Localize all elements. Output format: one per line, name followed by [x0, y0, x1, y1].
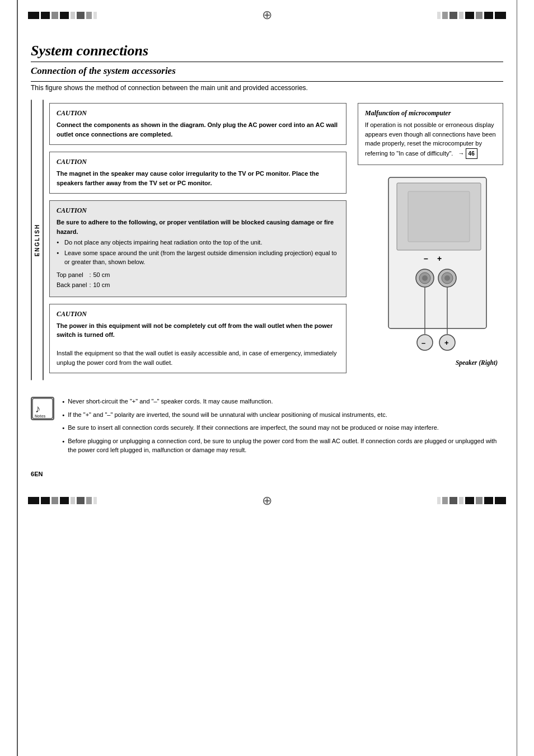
tape-block [495, 497, 506, 504]
tape-block [465, 12, 474, 19]
panel-sep: : [89, 270, 93, 281]
speaker-diagram-svg: – + [380, 172, 498, 356]
tape-block [484, 12, 493, 19]
left-column: CAUTION Connect the components as shown … [49, 103, 346, 380]
page-footer: 6EN [0, 464, 534, 483]
caution-box-2: CAUTION The magnet in the speaker may ca… [49, 152, 346, 194]
caution-bold-text-1: Connect the components as shown in the d… [57, 121, 338, 138]
caution-title-3: CAUTION [57, 206, 339, 215]
svg-text:–: – [424, 254, 428, 263]
note-text-2: If the "+" and "–" polarity are inverted… [68, 410, 503, 420]
two-column-layout: CAUTION Connect the components as shown … [49, 103, 503, 380]
malfunction-title: Malfunction of microcomputer [365, 109, 496, 118]
bottom-gear-icon: ⊕ [262, 494, 272, 508]
tape-block [484, 497, 493, 504]
note-icon-container: ♪ Notes [31, 397, 54, 420]
page-title: System connections [31, 37, 503, 59]
right-column: Malfunction of microcomputer If operatio… [358, 103, 503, 380]
caution-text-3: Be sure to adhere to the following, or p… [57, 218, 339, 291]
svg-rect-2 [408, 191, 470, 242]
tape-block [437, 12, 441, 19]
tape-block [28, 497, 39, 504]
page-suffix: EN [34, 471, 43, 477]
caution-text-4: The power in this equipment will not be … [57, 321, 339, 368]
speaker-diagram-container: – + [358, 172, 503, 366]
tape-block [77, 497, 85, 504]
bottom-notes-section: ♪ Notes ● Never short-circuit the "+" an… [0, 397, 534, 459]
note-icon-box: ♪ Notes [31, 397, 54, 420]
bullet-item: Leave some space around the unit (from t… [57, 249, 339, 267]
caution-title-2: CAUTION [57, 158, 339, 166]
tape-block [459, 497, 463, 504]
right-border-line [517, 0, 518, 756]
panel-row: Top panel : 50 cm [57, 270, 112, 281]
svg-text:+: + [437, 254, 442, 263]
caution-title-1: CAUTION [57, 109, 339, 118]
tape-block [476, 497, 483, 504]
page-wrapper: ⊕ System connections Connection of the s… [0, 0, 534, 756]
center-gear-area: ⊕ [97, 8, 437, 22]
panel-label: Back panel [57, 280, 89, 291]
caution-box-4: CAUTION The power in this equipment will… [49, 304, 346, 374]
note-bullet-2: ● [62, 412, 64, 419]
title-rule [31, 62, 503, 62]
tape-block [71, 12, 75, 19]
malfunction-text: If operation is not possible or erroneou… [365, 120, 496, 159]
caution-bullets-3: Do not place any objects impairing heat … [57, 238, 339, 267]
left-border-line [17, 0, 18, 756]
tape-block [41, 497, 50, 504]
ref-arrow-icon: → [458, 149, 465, 158]
malfunction-box: Malfunction of microcomputer If operatio… [358, 103, 503, 165]
note-text-1: Never short-circuit the "+" and "–" spea… [68, 397, 503, 406]
caution-line-2: Install the equipment so that the wall o… [57, 350, 337, 366]
description-text: This figure shows the method of connecti… [31, 84, 503, 92]
caution-text-1: Connect the components as shown in the d… [57, 120, 339, 139]
left-tape [28, 12, 97, 19]
caution-box-1: CAUTION Connect the components as shown … [49, 103, 346, 145]
tape-block [77, 12, 85, 19]
caution-text-2: The magnet in the speaker may cause colo… [57, 169, 339, 187]
tape-block [86, 12, 92, 19]
svg-text:–: – [421, 339, 425, 347]
note-item-2: ● If the "+" and "–" polarity are invert… [62, 410, 503, 420]
tape-block [51, 497, 58, 504]
speaker-label: Speaker (Right) [456, 359, 498, 366]
caution-bold-text-3: Be sure to adhere to the following, or p… [57, 219, 334, 235]
svg-point-7 [422, 275, 428, 281]
main-content: System connections Connection of the sys… [0, 37, 534, 380]
bottom-left-tape [28, 497, 97, 504]
bottom-center-gear: ⊕ [97, 494, 437, 508]
caution-box-3: CAUTION Be sure to adhere to the followi… [49, 200, 346, 297]
notes-icon-svg: ♪ Notes [32, 398, 53, 419]
tape-block [449, 497, 457, 504]
page-reference: → 46 [458, 148, 477, 159]
gear-icon: ⊕ [262, 8, 272, 22]
tape-block [60, 12, 69, 19]
svg-text:+: + [444, 339, 449, 347]
panel-row: Back panel : 10 cm [57, 280, 112, 291]
panel-value: 50 cm [93, 270, 113, 281]
bottom-decorative-bar: ⊕ [0, 489, 534, 513]
section-subtitle: Connection of the system accessories [31, 65, 503, 77]
note-bullet-1: ● [62, 399, 64, 405]
note-item-3: ● Be sure to insert all connection cords… [62, 423, 503, 433]
tape-block [41, 12, 50, 19]
tape-block [476, 12, 483, 19]
note-bullet-4: ● [62, 439, 64, 445]
caution-line-1: The power in this equipment will not be … [57, 322, 332, 339]
right-tape [437, 12, 506, 19]
panel-value: 10 cm [93, 280, 113, 291]
content-area: ENGLISH CAUTION Connect the components a… [31, 100, 503, 380]
main-body: CAUTION Connect the components as shown … [49, 100, 503, 380]
svg-point-10 [444, 275, 450, 281]
note-text-4: Before plugging or unplugging a connecti… [68, 436, 503, 455]
bottom-right-tape [437, 497, 506, 504]
bullet-item: Do not place any objects impairing heat … [57, 238, 339, 247]
panel-sep: : [89, 280, 93, 291]
tape-block [51, 12, 58, 19]
tape-block [442, 12, 448, 19]
note-text-3: Be sure to insert all connection cords s… [68, 423, 503, 433]
subtitle-rule [31, 81, 503, 82]
tape-block [449, 12, 457, 19]
panel-label: Top panel [57, 270, 89, 281]
